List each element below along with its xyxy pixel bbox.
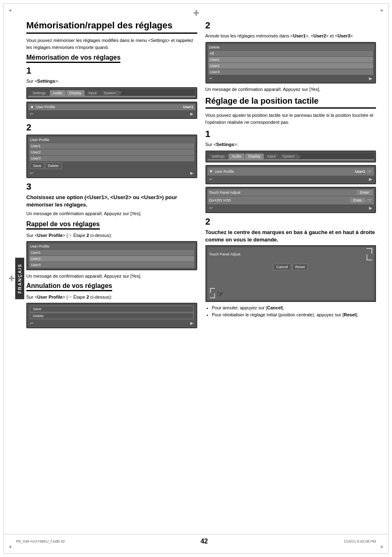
footer-filename: FR_KW-AVX746EU_f.indb 42: [16, 539, 65, 543]
step2-block: 2 User Profile User1 User2 User3 Save De…: [26, 122, 197, 178]
section3-heading: Annulation de vos réglages: [26, 282, 112, 291]
forward-icon: ▶: [190, 111, 194, 116]
page-number: 42: [201, 538, 208, 545]
recall-header: User Profile: [28, 244, 195, 249]
tactile-tab-settings[interactable]: Settings: [208, 153, 228, 159]
back-icon-2: ↩: [30, 171, 33, 175]
step3-block: 3 Choisissez une option (<User1>, <User2…: [26, 181, 197, 217]
bottom-bar-4: ↩ ▶: [208, 75, 374, 81]
section1-heading: Mémorisation de vos réglages: [26, 54, 120, 63]
tab-audio[interactable]: Audio: [50, 90, 66, 96]
tab-bar: Settings Audio Display Input System ☞: [28, 89, 195, 96]
cancel-button[interactable]: Cancel: [273, 264, 291, 270]
touch-panel-adjust-mock: Touch Panel Adjust Cancel Reset: [205, 245, 376, 302]
right-step2-block: 2 Annule tous les réglages mémorisés dan…: [205, 20, 376, 93]
recall-user1[interactable]: User1: [29, 250, 194, 255]
back-icon-4: ↩: [209, 76, 212, 81]
bottom-bar-3: ↩ ▶: [28, 320, 195, 326]
bottom-bar-2: ↩ ▶: [28, 170, 195, 176]
divx-label: DivX(R) VOD: [209, 198, 231, 202]
section2-intro: Sur <User Profile> (☞ Étape 2 ci-dessus)…: [26, 232, 197, 239]
section2-heading: Rappel de vos réglages: [26, 220, 100, 230]
annulation-mock: Save Delete ↩ ▶: [26, 303, 197, 328]
forward-icon-3: ▶: [190, 321, 194, 325]
divx-enter[interactable]: Enter: [350, 198, 365, 203]
user-profile-label: User Profile: [36, 105, 55, 109]
tactile-tab-system[interactable]: System ☞: [279, 153, 298, 159]
tactile-user-profile-row: ▼ User Profile User1 ☞: [208, 167, 374, 176]
tactile-step1-text: Sur <Settings>:: [205, 141, 376, 148]
save-button[interactable]: Save: [30, 162, 44, 169]
reset-button[interactable]: Reset: [293, 264, 308, 270]
tab-settings[interactable]: Settings: [29, 90, 49, 96]
user-profile-row: ▼ User Profile User1: [28, 104, 195, 110]
left-column: Mémorisation/rappel des réglages Vous po…: [26, 20, 197, 331]
user-profile-list-mock: User Profile User1 User2 User3 Save Dele…: [26, 135, 197, 178]
bottom-bar-6: ↩ ▶: [208, 205, 374, 211]
step1-number: 1: [26, 65, 197, 76]
delete-button[interactable]: Delete: [45, 162, 62, 169]
forward-icon-4: ▶: [369, 76, 372, 81]
divx-row: DivX(R) VOD Enter ☞: [208, 196, 374, 204]
list-user1[interactable]: User1: [29, 143, 194, 149]
corner-mark-tr: +: [378, 7, 385, 14]
delete-all[interactable]: All: [208, 51, 374, 56]
delete-label: Delete: [209, 45, 220, 49]
settings-tabbar-mock: Settings Audio Display Input System ☞: [26, 87, 197, 99]
right-step2-sub: Un message de confirmation apparaît. App…: [205, 86, 376, 93]
step1-text: Sur <Settings>:: [26, 78, 197, 85]
page-footer: FR_KW-AVX746EU_f.indb 42 42 1/10/11 6:42…: [4, 534, 388, 545]
annul-save-btn[interactable]: Save: [30, 306, 194, 312]
list-user3[interactable]: User3: [29, 155, 194, 161]
step1-block: 1 Sur <Settings>: Settings Audio Display…: [26, 65, 197, 119]
forward-icon-2: ▶: [190, 171, 194, 175]
tactile-user-profile-mock: ▼ User Profile User1 ☞ ↩ ▶: [205, 165, 376, 184]
delete-user3[interactable]: User3: [208, 69, 374, 75]
user1-value: User1: [183, 105, 193, 109]
intro-text: Vous pouvez mémoriser les réglages modif…: [26, 37, 197, 51]
recall-user3[interactable]: User3: [29, 262, 194, 268]
tactile-tabbar-mock: Settings Audio Display Input System ☞: [205, 151, 376, 162]
touch-panel-label: Touch Panel Adjust: [209, 190, 241, 195]
footer-date: 1/10/11 6:42:08 PM: [344, 539, 376, 543]
tab-display[interactable]: Display: [66, 90, 85, 96]
tactile-tab-audio[interactable]: Audio: [228, 153, 244, 159]
tactile-step2-heading: Touchez le centre des marques en bas à g…: [205, 229, 376, 244]
touch-panel-enter[interactable]: Enter: [357, 190, 372, 195]
delete-user1[interactable]: User1: [208, 57, 374, 63]
right-step2-number: 2: [205, 20, 376, 31]
touch-panel-title: Touch Panel Adjust: [209, 252, 241, 256]
back-icon-6: ↩: [209, 206, 212, 210]
touch-panel-header: Touch Panel Adjust: [208, 247, 374, 261]
corner-mark-tl: +: [7, 7, 14, 14]
language-tab: FRANÇAIS: [15, 258, 24, 299]
list-user2[interactable]: User2: [29, 149, 194, 155]
forward-icon-6: ▶: [369, 206, 372, 210]
annul-delete-btn[interactable]: Delete: [30, 313, 194, 319]
user-profile-header-label: User Profile: [30, 138, 49, 142]
bullet-list: Pour annuler, appuyez sur [Cancel]. Pour…: [205, 304, 376, 319]
touch-panel-row: Touch Panel Adjust Enter: [208, 189, 374, 196]
tactile-tab-bar: Settings Audio Display Input System ☞: [208, 153, 374, 159]
tactile-step1: 1 Sur <Settings>: Settings Audio Display…: [205, 129, 376, 213]
delete-user2[interactable]: User2: [208, 63, 374, 69]
recall-user2[interactable]: User2: [29, 256, 194, 262]
section2-sub: Un message de confirmation apparaît. App…: [26, 273, 197, 280]
tactile-step1-num: 1: [205, 129, 376, 139]
step3-sub: Un message de confirmation apparaît. App…: [26, 210, 197, 217]
tactile-tab-input[interactable]: Input: [264, 153, 279, 159]
delete-mock: Delete All User1 User2 User3 ↩ ▶: [205, 42, 376, 84]
bullet1: Pour annuler, appuyez sur [Cancel].: [212, 304, 376, 312]
tactile-up-label: User Profile: [214, 169, 234, 174]
step2-number: 2: [26, 122, 197, 133]
recall-list-mock: User Profile User1 User2 User3: [26, 241, 197, 270]
back-icon: ↩: [30, 111, 33, 116]
recall-header-label: User Profile: [30, 244, 49, 248]
back-icon-5: ↩: [209, 177, 212, 181]
tactile-step2: 2 Touchez le centre des marques en bas à…: [205, 216, 376, 319]
compass-left: ✛: [9, 274, 15, 283]
tactile-tab-display[interactable]: Display: [245, 153, 264, 159]
tab-system[interactable]: System ☞: [100, 90, 119, 96]
page-border: + + + + ✛ ✛ FRANÇAIS Mémorisation/rappel…: [3, 3, 389, 554]
tab-input[interactable]: Input: [85, 90, 100, 96]
